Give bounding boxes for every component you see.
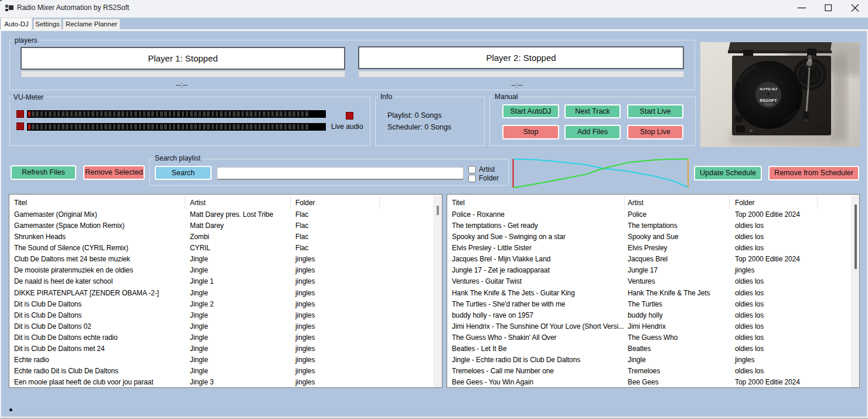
svg-text:AUTO-DJ: AUTO-DJ: [760, 87, 777, 91]
svg-text:RS2OFT: RS2OFT: [760, 98, 777, 103]
